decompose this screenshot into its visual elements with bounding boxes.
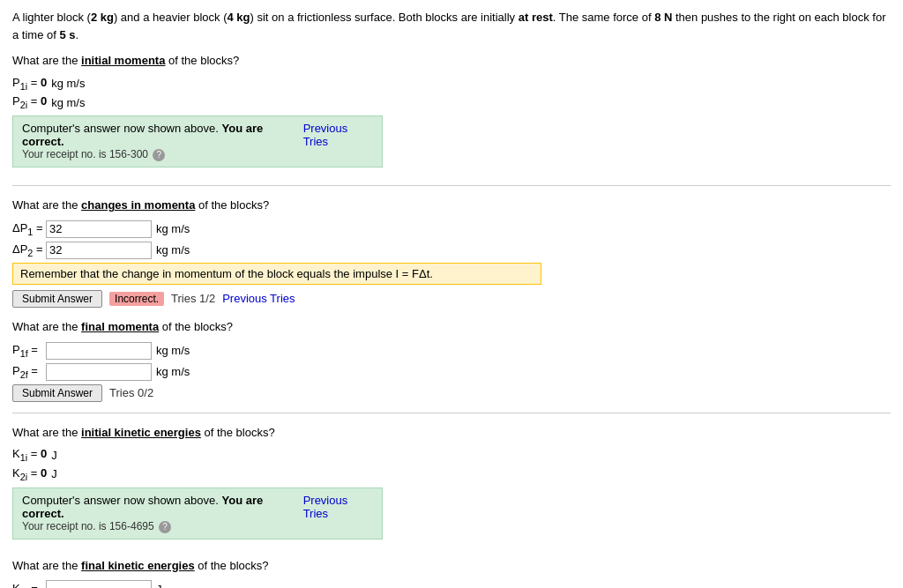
- initial-momenta-question: What are the initial momenta of the bloc…: [12, 52, 891, 71]
- section-initial-ke: What are the initial kinetic energies of…: [12, 424, 891, 547]
- dp1-input[interactable]: [46, 220, 152, 238]
- section-final-momenta: What are the final momenta of the blocks…: [12, 318, 891, 402]
- dp2-unit: kg m/s: [156, 243, 190, 257]
- changes-momenta-tries: Tries 1/2: [171, 292, 215, 305]
- help-icon-initial-ke[interactable]: ?: [159, 521, 171, 533]
- p2f-row: P2f = kg m/s: [12, 363, 891, 381]
- p2i-row: P2i = 0 kg m/s: [12, 94, 891, 110]
- dp1-row: ΔP1 = kg m/s: [12, 220, 891, 238]
- initial-momenta-correct-text: Computer's answer now shown above. You a…: [22, 122, 298, 148]
- final-ke-question: What are the final kinetic energies of t…: [12, 557, 891, 576]
- section-changes-momenta: What are the changes in momenta of the b…: [12, 197, 891, 308]
- p1f-input[interactable]: [46, 342, 152, 360]
- final-momenta-submit-row: Submit Answer Tries 0/2: [12, 384, 891, 402]
- p2f-label: P2f =: [12, 364, 46, 380]
- final-momenta-submit-btn[interactable]: Submit Answer: [12, 384, 102, 402]
- k1f-row: K1f = J: [12, 580, 891, 588]
- k1i-unit: J: [51, 449, 57, 462]
- p1i-unit: kg m/s: [51, 77, 85, 90]
- p2i-label: P2i = 0: [12, 94, 47, 110]
- changes-momenta-submit-btn[interactable]: Submit Answer: [12, 290, 102, 308]
- changes-momenta-submit-row: Submit Answer Incorrect. Tries 1/2 Previ…: [12, 290, 891, 308]
- dp2-input[interactable]: [46, 242, 152, 259]
- initial-momenta-prev-tries-link[interactable]: Previous Tries: [303, 122, 373, 148]
- initial-ke-receipt: Your receipt no. is 156-4695 ?: [22, 520, 373, 533]
- p2f-unit: kg m/s: [156, 365, 190, 378]
- changes-momenta-incorrect-badge: Incorrect.: [109, 292, 164, 306]
- final-momenta-question: What are the final momenta of the blocks…: [12, 318, 891, 337]
- final-momenta-tries: Tries 0/2: [109, 386, 153, 399]
- dp1-label: ΔP1 =: [12, 221, 46, 237]
- k1f-label: K1f =: [12, 582, 46, 588]
- changes-momenta-info: Remember that the change in momentum of …: [12, 263, 541, 285]
- p1i-label: P1i = 0: [12, 76, 47, 92]
- help-icon-initial-momenta[interactable]: ?: [153, 149, 165, 161]
- k2i-row: K2i = 0 J: [12, 466, 891, 482]
- p2i-unit: kg m/s: [51, 96, 85, 109]
- dp1-unit: kg m/s: [156, 222, 190, 235]
- k1f-input[interactable]: [46, 580, 152, 588]
- section-initial-momenta: What are the initial momenta of the bloc…: [12, 52, 891, 175]
- k1f-unit: J: [156, 583, 162, 588]
- divider-1: [12, 185, 891, 186]
- changes-momenta-prev-tries-link[interactable]: Previous Tries: [222, 292, 295, 305]
- changes-momenta-question: What are the changes in momenta of the b…: [12, 197, 891, 215]
- section-final-ke: What are the final kinetic energies of t…: [12, 557, 891, 588]
- initial-momenta-receipt: Your receipt no. is 156-300 ?: [22, 148, 373, 161]
- p1f-row: P1f = kg m/s: [12, 342, 891, 360]
- divider-2: [12, 413, 891, 413]
- initial-ke-correct-box: Computer's answer now shown above. You a…: [12, 488, 383, 540]
- p1f-unit: kg m/s: [156, 344, 190, 357]
- initial-momenta-correct-box: Computer's answer now shown above. You a…: [12, 115, 383, 167]
- dp2-label: ΔP2 =: [12, 242, 46, 258]
- k2i-unit: J: [51, 467, 57, 480]
- problem-intro: A lighter block (2 kg) and a heavier blo…: [12, 9, 891, 43]
- initial-ke-prev-tries-link[interactable]: Previous Tries: [303, 494, 373, 520]
- dp2-row: ΔP2 = kg m/s: [12, 242, 891, 259]
- initial-ke-correct-text: Computer's answer now shown above. You a…: [22, 494, 298, 520]
- p1i-row: P1i = 0 kg m/s: [12, 76, 891, 92]
- p1f-label: P1f =: [12, 343, 46, 359]
- p2f-input[interactable]: [46, 363, 152, 381]
- k1i-row: K1i = 0 J: [12, 447, 891, 463]
- initial-ke-question: What are the initial kinetic energies of…: [12, 424, 891, 443]
- k2i-label: K2i = 0: [12, 466, 47, 482]
- k1i-label: K1i = 0: [12, 447, 47, 463]
